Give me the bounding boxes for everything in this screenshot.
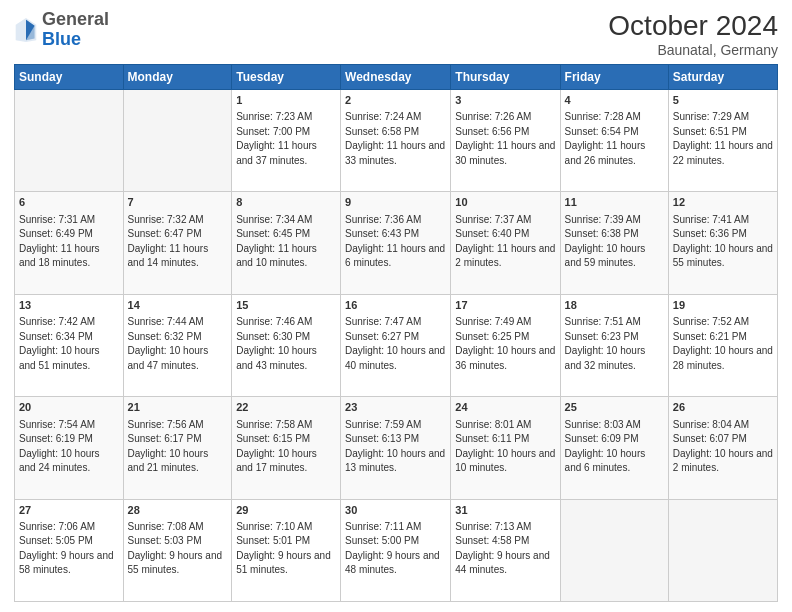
- day-info: Sunrise: 7:44 AMSunset: 6:32 PMDaylight:…: [128, 315, 228, 373]
- table-row: 28Sunrise: 7:08 AMSunset: 5:03 PMDayligh…: [123, 499, 232, 601]
- table-row: 31Sunrise: 7:13 AMSunset: 4:58 PMDayligh…: [451, 499, 560, 601]
- col-thursday: Thursday: [451, 65, 560, 90]
- day-number: 2: [345, 93, 446, 108]
- day-info: Sunrise: 7:28 AMSunset: 6:54 PMDaylight:…: [565, 110, 664, 168]
- col-friday: Friday: [560, 65, 668, 90]
- day-info: Sunrise: 7:06 AMSunset: 5:05 PMDaylight:…: [19, 520, 119, 578]
- logo-general: General: [42, 9, 109, 29]
- day-number: 5: [673, 93, 773, 108]
- day-number: 6: [19, 195, 119, 210]
- day-info: Sunrise: 7:47 AMSunset: 6:27 PMDaylight:…: [345, 315, 446, 373]
- day-number: 13: [19, 298, 119, 313]
- table-row: 11Sunrise: 7:39 AMSunset: 6:38 PMDayligh…: [560, 192, 668, 294]
- table-row: 19Sunrise: 7:52 AMSunset: 6:21 PMDayligh…: [668, 294, 777, 396]
- table-row: 25Sunrise: 8:03 AMSunset: 6:09 PMDayligh…: [560, 397, 668, 499]
- day-number: 31: [455, 503, 555, 518]
- table-row: [560, 499, 668, 601]
- day-number: 22: [236, 400, 336, 415]
- day-info: Sunrise: 7:08 AMSunset: 5:03 PMDaylight:…: [128, 520, 228, 578]
- table-row: 26Sunrise: 8:04 AMSunset: 6:07 PMDayligh…: [668, 397, 777, 499]
- day-number: 23: [345, 400, 446, 415]
- day-info: Sunrise: 7:34 AMSunset: 6:45 PMDaylight:…: [236, 213, 336, 271]
- day-number: 21: [128, 400, 228, 415]
- day-info: Sunrise: 8:01 AMSunset: 6:11 PMDaylight:…: [455, 418, 555, 476]
- day-number: 20: [19, 400, 119, 415]
- day-info: Sunrise: 8:03 AMSunset: 6:09 PMDaylight:…: [565, 418, 664, 476]
- day-number: 12: [673, 195, 773, 210]
- day-info: Sunrise: 7:31 AMSunset: 6:49 PMDaylight:…: [19, 213, 119, 271]
- calendar-table: Sunday Monday Tuesday Wednesday Thursday…: [14, 64, 778, 602]
- calendar-week-row: 1Sunrise: 7:23 AMSunset: 7:00 PMDaylight…: [15, 90, 778, 192]
- location: Baunatal, Germany: [608, 42, 778, 58]
- table-row: 4Sunrise: 7:28 AMSunset: 6:54 PMDaylight…: [560, 90, 668, 192]
- table-row: 20Sunrise: 7:54 AMSunset: 6:19 PMDayligh…: [15, 397, 124, 499]
- day-info: Sunrise: 7:52 AMSunset: 6:21 PMDaylight:…: [673, 315, 773, 373]
- col-monday: Monday: [123, 65, 232, 90]
- table-row: 27Sunrise: 7:06 AMSunset: 5:05 PMDayligh…: [15, 499, 124, 601]
- page: General Blue October 2024 Baunatal, Germ…: [0, 0, 792, 612]
- day-number: 19: [673, 298, 773, 313]
- calendar-week-row: 13Sunrise: 7:42 AMSunset: 6:34 PMDayligh…: [15, 294, 778, 396]
- day-number: 17: [455, 298, 555, 313]
- table-row: 12Sunrise: 7:41 AMSunset: 6:36 PMDayligh…: [668, 192, 777, 294]
- day-number: 28: [128, 503, 228, 518]
- table-row: 8Sunrise: 7:34 AMSunset: 6:45 PMDaylight…: [232, 192, 341, 294]
- day-number: 18: [565, 298, 664, 313]
- calendar-week-row: 27Sunrise: 7:06 AMSunset: 5:05 PMDayligh…: [15, 499, 778, 601]
- table-row: 7Sunrise: 7:32 AMSunset: 6:47 PMDaylight…: [123, 192, 232, 294]
- table-row: 29Sunrise: 7:10 AMSunset: 5:01 PMDayligh…: [232, 499, 341, 601]
- day-info: Sunrise: 7:11 AMSunset: 5:00 PMDaylight:…: [345, 520, 446, 578]
- table-row: 1Sunrise: 7:23 AMSunset: 7:00 PMDaylight…: [232, 90, 341, 192]
- day-info: Sunrise: 7:13 AMSunset: 4:58 PMDaylight:…: [455, 520, 555, 578]
- day-info: Sunrise: 7:56 AMSunset: 6:17 PMDaylight:…: [128, 418, 228, 476]
- day-number: 14: [128, 298, 228, 313]
- day-info: Sunrise: 7:26 AMSunset: 6:56 PMDaylight:…: [455, 110, 555, 168]
- day-number: 7: [128, 195, 228, 210]
- table-row: 6Sunrise: 7:31 AMSunset: 6:49 PMDaylight…: [15, 192, 124, 294]
- day-info: Sunrise: 7:36 AMSunset: 6:43 PMDaylight:…: [345, 213, 446, 271]
- day-number: 24: [455, 400, 555, 415]
- day-number: 3: [455, 93, 555, 108]
- calendar-week-row: 6Sunrise: 7:31 AMSunset: 6:49 PMDaylight…: [15, 192, 778, 294]
- col-tuesday: Tuesday: [232, 65, 341, 90]
- table-row: 5Sunrise: 7:29 AMSunset: 6:51 PMDaylight…: [668, 90, 777, 192]
- day-info: Sunrise: 7:51 AMSunset: 6:23 PMDaylight:…: [565, 315, 664, 373]
- table-row: 18Sunrise: 7:51 AMSunset: 6:23 PMDayligh…: [560, 294, 668, 396]
- day-number: 16: [345, 298, 446, 313]
- table-row: 21Sunrise: 7:56 AMSunset: 6:17 PMDayligh…: [123, 397, 232, 499]
- day-info: Sunrise: 7:32 AMSunset: 6:47 PMDaylight:…: [128, 213, 228, 271]
- header: General Blue October 2024 Baunatal, Germ…: [14, 10, 778, 58]
- table-row: 9Sunrise: 7:36 AMSunset: 6:43 PMDaylight…: [341, 192, 451, 294]
- logo: General Blue: [14, 10, 109, 50]
- table-row: [668, 499, 777, 601]
- day-info: Sunrise: 7:29 AMSunset: 6:51 PMDaylight:…: [673, 110, 773, 168]
- table-row: [123, 90, 232, 192]
- table-row: 14Sunrise: 7:44 AMSunset: 6:32 PMDayligh…: [123, 294, 232, 396]
- calendar-week-row: 20Sunrise: 7:54 AMSunset: 6:19 PMDayligh…: [15, 397, 778, 499]
- table-row: 17Sunrise: 7:49 AMSunset: 6:25 PMDayligh…: [451, 294, 560, 396]
- table-row: 2Sunrise: 7:24 AMSunset: 6:58 PMDaylight…: [341, 90, 451, 192]
- table-row: 10Sunrise: 7:37 AMSunset: 6:40 PMDayligh…: [451, 192, 560, 294]
- logo-text: General Blue: [42, 10, 109, 50]
- table-row: 30Sunrise: 7:11 AMSunset: 5:00 PMDayligh…: [341, 499, 451, 601]
- logo-blue: Blue: [42, 29, 81, 49]
- day-number: 27: [19, 503, 119, 518]
- day-info: Sunrise: 7:59 AMSunset: 6:13 PMDaylight:…: [345, 418, 446, 476]
- day-info: Sunrise: 8:04 AMSunset: 6:07 PMDaylight:…: [673, 418, 773, 476]
- month-year: October 2024: [608, 10, 778, 42]
- col-sunday: Sunday: [15, 65, 124, 90]
- day-number: 8: [236, 195, 336, 210]
- day-info: Sunrise: 7:54 AMSunset: 6:19 PMDaylight:…: [19, 418, 119, 476]
- day-info: Sunrise: 7:41 AMSunset: 6:36 PMDaylight:…: [673, 213, 773, 271]
- table-row: 23Sunrise: 7:59 AMSunset: 6:13 PMDayligh…: [341, 397, 451, 499]
- day-number: 15: [236, 298, 336, 313]
- day-info: Sunrise: 7:37 AMSunset: 6:40 PMDaylight:…: [455, 213, 555, 271]
- col-saturday: Saturday: [668, 65, 777, 90]
- title-block: October 2024 Baunatal, Germany: [608, 10, 778, 58]
- table-row: 22Sunrise: 7:58 AMSunset: 6:15 PMDayligh…: [232, 397, 341, 499]
- day-info: Sunrise: 7:39 AMSunset: 6:38 PMDaylight:…: [565, 213, 664, 271]
- day-number: 9: [345, 195, 446, 210]
- day-info: Sunrise: 7:46 AMSunset: 6:30 PMDaylight:…: [236, 315, 336, 373]
- day-info: Sunrise: 7:23 AMSunset: 7:00 PMDaylight:…: [236, 110, 336, 168]
- table-row: 24Sunrise: 8:01 AMSunset: 6:11 PMDayligh…: [451, 397, 560, 499]
